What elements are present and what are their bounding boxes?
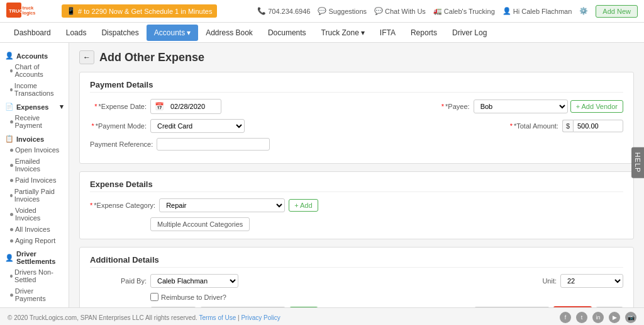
nav-driver-log[interactable]: Driver Log (445, 25, 494, 41)
choose-file-button[interactable]: Choose File (150, 307, 196, 307)
help-tab[interactable]: HELP (631, 147, 644, 178)
nav-address-book[interactable]: Address Book (198, 25, 260, 41)
paid-by-select[interactable]: Caleb Flachman (150, 274, 238, 288)
top-bar: TRUCK truck logics 📱 # to 2290 Now & Get… (0, 0, 644, 23)
dot-icon (10, 294, 13, 297)
expenses-icon: 📄 (5, 103, 14, 111)
add-vendor-button[interactable]: + Add Vendor (570, 100, 623, 113)
attachments-wrap: Choose File Annotation ... 104016.jpg + … (150, 307, 318, 307)
dispatch-input[interactable] (474, 307, 550, 307)
sidebar-item-aging-report[interactable]: Aging Report (0, 235, 69, 246)
page-title: Add Other Expense (99, 51, 204, 64)
sidebar-item-emailed-invoices[interactable]: Emailed Invoices (0, 156, 69, 174)
sidebar-item-income-transactions[interactable]: Income Transactions (0, 80, 69, 99)
nav-ifta[interactable]: IFTA (372, 25, 403, 41)
expense-add-button[interactable]: + Add (289, 199, 318, 212)
payee-select[interactable]: Bob (474, 100, 568, 113)
payee-group: *Payee: Bob + Add Vendor (413, 100, 623, 113)
sidebar-item-drivers-non-settled[interactable]: Drivers Non-Settled (0, 266, 69, 285)
total-amount-input[interactable] (573, 120, 623, 132)
attachment-add-button[interactable]: + Add (289, 307, 318, 307)
invoices-icon: 📋 (5, 135, 14, 143)
sidebar-item-all-invoices[interactable]: All Invoices (0, 224, 69, 235)
chevron-down-icon: ▾ (187, 28, 191, 37)
suggestions-icon: 💬 (318, 7, 326, 15)
expense-category-label: *Expense Category: (90, 202, 155, 209)
page-header: ← Add Other Expense (79, 50, 634, 64)
reimburse-group: Reimburse to Driver? (150, 293, 226, 301)
amount-wrap: $ (562, 120, 623, 132)
calendar-icon: 📅 (155, 102, 164, 111)
twitter-icon[interactable]: t (576, 312, 587, 323)
sidebar-invoices-title: 📋 Invoices (0, 131, 69, 144)
chevron-down-icon: ▾ (60, 103, 64, 111)
dot-icon (10, 69, 13, 72)
nav-reports[interactable]: Reports (403, 25, 445, 41)
main-content: ← Add Other Expense Payment Details *Exp… (69, 43, 644, 307)
sidebar-item-receive-payment[interactable]: Receive Payment (0, 112, 69, 131)
payment-ref-input[interactable] (157, 138, 270, 151)
payment-mode-total-row: *Payment Mode: Credit CardCashCheckACH *… (90, 119, 623, 133)
payment-mode-select[interactable]: Credit CardCashCheckACH (150, 119, 245, 133)
promo-button[interactable]: 📱 # to 2290 Now & Get Schedule 1 in Minu… (62, 4, 217, 18)
settings-icon[interactable]: ⚙️ (579, 7, 588, 15)
reimburse-label[interactable]: Reimburse to Driver? (150, 293, 226, 301)
nav-dashboard[interactable]: Dashboard (6, 25, 58, 41)
promo-text: # to 2290 Now & Get Schedule 1 in Minute… (78, 8, 212, 15)
sidebar-item-driver-payments[interactable]: Driver Payments (0, 285, 69, 304)
footer: © 2020 TruckLogics.com, SPAN Enterprises… (0, 307, 644, 325)
nav-dispatches[interactable]: Dispatches (94, 25, 146, 41)
company-name: 🚛 Caleb's Trucking (433, 7, 495, 15)
chevron-down-icon: ▾ (361, 28, 365, 37)
lookup-button[interactable]: Look Up (553, 306, 592, 307)
sidebar-item-partially-paid[interactable]: Partially Paid Invoices (0, 186, 69, 205)
expense-date-input-wrap: 📅 (150, 99, 221, 114)
nav-accounts[interactable]: Accounts ▾ (147, 25, 198, 41)
reimburse-checkbox[interactable] (150, 293, 158, 301)
sidebar-item-voided-invoices[interactable]: Voided Invoices (0, 205, 69, 224)
dot-icon (10, 88, 13, 91)
instagram-icon[interactable]: 📷 (625, 312, 636, 323)
sidebar-item-open-invoices[interactable]: Open Invoices (0, 144, 69, 156)
youtube-icon[interactable]: ▶ (609, 312, 620, 323)
dispatch-group: Dispatch: Look Up Clear (414, 306, 623, 307)
dot-icon (10, 120, 13, 123)
sidebar-item-recurring-deductions[interactable]: Recurring Deductions (0, 304, 69, 307)
phone-icon: 📞 (257, 7, 266, 15)
dot-icon (10, 213, 13, 216)
terms-link[interactable]: Terms of Use (199, 314, 236, 321)
unit-select[interactable]: 22 (560, 274, 623, 288)
nav-documents[interactable]: Documents (260, 25, 314, 41)
nav-truck-zone[interactable]: Truck Zone ▾ (314, 25, 372, 41)
sidebar-accounts-title: 👤 Accounts (0, 48, 69, 61)
paid-by-unit-row: Paid By: Caleb Flachman Unit: 22 (90, 274, 623, 288)
phone-number[interactable]: 📞 704.234.6946 (257, 7, 310, 15)
facebook-icon[interactable]: f (560, 312, 571, 323)
privacy-link[interactable]: Privacy Policy (241, 314, 280, 321)
back-button[interactable]: ← (79, 50, 94, 64)
expense-date-label: *Expense Date: (90, 103, 147, 110)
expense-category-select[interactable]: RepairFuelMaintenanceOther (159, 198, 285, 212)
attachments-dispatch-row: Attachments: Choose File Annotation ... … (90, 306, 623, 307)
payment-mode-group: *Payment Mode: Credit CardCashCheckACH (90, 119, 489, 133)
multi-account-button[interactable]: Multiple Account Categories (150, 217, 250, 231)
nav-loads[interactable]: Loads (58, 25, 94, 41)
suggestions-link[interactable]: 💬 Suggestions (318, 7, 367, 15)
reimburse-row: Reimburse to Driver? (90, 293, 623, 301)
main-layout: 👤 Accounts Chart of Accounts Income Tran… (0, 43, 644, 307)
payment-ref-row: Payment Reference: (90, 138, 623, 151)
dot-icon (10, 194, 13, 197)
sidebar-item-chart-of-accounts[interactable]: Chart of Accounts (0, 61, 69, 80)
payee-label: *Payee: (413, 103, 470, 110)
add-new-button[interactable]: Add New (596, 5, 638, 18)
paid-by-label: Paid By: (90, 277, 147, 285)
paid-by-wrap: Caleb Flachman (150, 274, 238, 288)
clear-button[interactable]: Clear (596, 307, 623, 307)
expense-date-input[interactable] (167, 101, 217, 112)
sidebar-item-paid-invoices[interactable]: Paid Invoices (0, 174, 69, 186)
linkedin-icon[interactable]: in (592, 312, 604, 323)
promo-icon: 📱 (67, 7, 75, 15)
chat-link[interactable]: 💬 Chat With Us (374, 7, 426, 15)
top-bar-right: 📞 704.234.6946 💬 Suggestions 💬 Chat With… (257, 5, 638, 18)
annotation-file-label: Annotation ... 104016.jpg (200, 307, 286, 307)
